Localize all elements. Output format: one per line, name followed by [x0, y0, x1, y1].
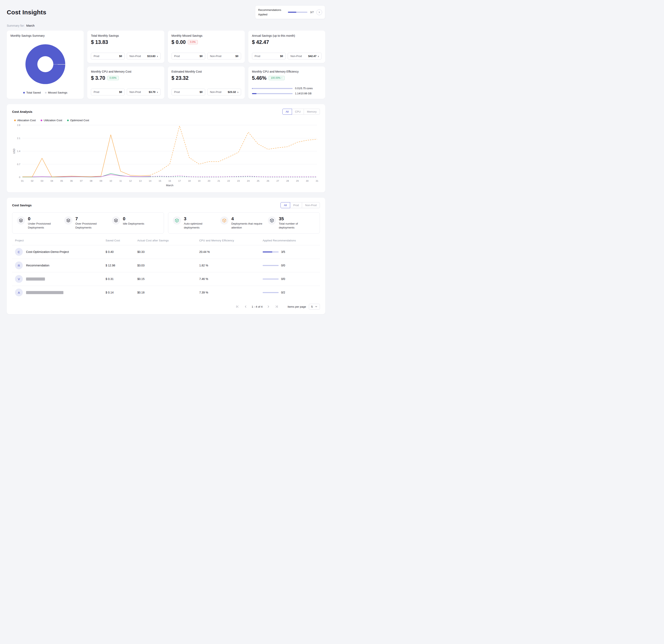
- recommendations-expand-button[interactable]: ›: [316, 9, 322, 15]
- cost-insights-page: Cost Insights Recommendations Applied 3/…: [0, 0, 332, 322]
- recommendations-label: Recommendations Applied: [258, 8, 285, 17]
- saved-cost: $ 0.31: [106, 277, 138, 281]
- card-value: $ 13.83: [91, 39, 108, 45]
- chevron-right-icon: ›: [319, 10, 320, 14]
- svg-text:08: 08: [90, 180, 92, 182]
- col-actual-cost: Actual Cost after Savings: [137, 239, 199, 242]
- svg-text:04: 04: [50, 180, 53, 182]
- efficiency-value: 20.44 %: [199, 250, 263, 254]
- monthly-savings-summary-card: Monthly Savings Summary Total Saved Miss…: [7, 30, 84, 99]
- nonprod-filter-button[interactable]: Non-Prod $3.70›: [127, 89, 161, 95]
- saved-cost: $ 0.14: [106, 291, 138, 294]
- card-title: Total Monthly Savings: [91, 34, 161, 37]
- nonprod-filter-button[interactable]: Non-Prod $42.47›: [288, 53, 321, 60]
- svg-text:05: 05: [60, 180, 63, 182]
- actual-cost: $0.33: [137, 250, 199, 254]
- legend-utilization-cost[interactable]: Utilization Cost: [41, 119, 62, 122]
- items-per-page-label: Items per page: [288, 305, 306, 308]
- summary-cards: Monthly Savings Summary Total Saved Miss…: [7, 30, 325, 99]
- next-page-button[interactable]: [266, 304, 271, 309]
- table-row[interactable]: V $ 0.31 $0.15 7.46 % 0/0: [12, 272, 320, 286]
- table-row[interactable]: A $ 0.14 $0.18 7.39 % 0/2: [12, 286, 320, 299]
- nonprod-filter-button[interactable]: Non-Prod $13.83›: [127, 53, 161, 60]
- svg-text:1.4: 1.4: [17, 150, 21, 152]
- page-range: 1 - 4 of 4: [252, 305, 263, 308]
- rec-progress: [263, 279, 279, 280]
- summary-for: Summary for:March: [7, 24, 325, 27]
- avatar: V: [15, 275, 23, 283]
- nonprod-filter-button[interactable]: Non-Prod $0: [207, 53, 241, 60]
- svg-text:USD: USD: [13, 149, 16, 154]
- first-page-button[interactable]: [235, 304, 240, 309]
- card-value: $ 0.00: [171, 39, 186, 45]
- memory-progress: [252, 93, 293, 94]
- svg-text:29: 29: [296, 180, 299, 182]
- rec-progress-fill: [263, 252, 272, 253]
- prod-filter-button[interactable]: Prod $0: [91, 89, 125, 95]
- table-header: Project Saved Cost Actual Cost after Sav…: [12, 239, 320, 245]
- svg-text:14: 14: [149, 180, 151, 182]
- donut-legend: Total Saved Missed Savings: [11, 91, 80, 95]
- total-monthly-savings-card: Total Monthly Savings $ 13.83 Prod $0 No…: [87, 30, 164, 63]
- cost-savings-title: Cost Savings: [12, 203, 32, 207]
- card-title: Monthly CPU and Memory Efficiency: [252, 70, 321, 73]
- summary-month: March: [26, 24, 35, 27]
- col-project: Project: [15, 239, 106, 242]
- prod-filter-button[interactable]: Prod $0: [171, 89, 205, 95]
- saved-cost: $ 12.98: [106, 264, 138, 267]
- tab-nonprod[interactable]: Non-Prod: [302, 202, 320, 208]
- missed-savings-badge: 0.0%: [188, 40, 198, 44]
- nonprod-filter-button[interactable]: Non-Prod $23.32›: [207, 89, 241, 95]
- cpu-memory-efficiency-card: Monthly CPU and Memory Efficiency 5.46% …: [248, 66, 325, 99]
- tab-all[interactable]: All: [281, 202, 290, 208]
- tab-cpu[interactable]: CPU: [292, 109, 304, 115]
- rec-count: 0/0: [281, 277, 285, 281]
- rec-count: 0/2: [281, 291, 285, 294]
- tab-memory[interactable]: Memory: [304, 109, 320, 115]
- col-saved-cost: Saved Cost: [106, 239, 138, 242]
- prev-page-button[interactable]: [243, 304, 248, 309]
- card-value: 5.46%: [252, 75, 267, 81]
- projects-table: Project Saved Cost Actual Cost after Sav…: [12, 239, 320, 299]
- optimization-stats-box: 3 Auto-optimized deployments 4 Deploymen…: [168, 212, 320, 234]
- table-row[interactable]: C Cost-Optimization-Demo-Project $ 0.40 …: [12, 245, 320, 259]
- cost-analysis-line-chart: 00.71.42.12.8010203040506070809101112131…: [12, 123, 320, 188]
- legend-optimized-cost[interactable]: Optimized Cost: [67, 119, 89, 122]
- card-value: $ 42.47: [252, 39, 269, 45]
- avatar: R: [15, 261, 23, 269]
- chevron-down-icon: [315, 305, 318, 308]
- card-value: $ 3.70: [91, 75, 105, 81]
- svg-text:0.7: 0.7: [17, 163, 20, 166]
- efficiency-value: 1.82 %: [199, 264, 263, 267]
- svg-text:17: 17: [178, 180, 181, 182]
- cpu-memory-cost-badge: 0.00%: [107, 76, 119, 80]
- cost-analysis-tabs: All CPU Memory: [282, 109, 320, 115]
- table-row[interactable]: R Recommendation $ 12.98 $3.03 1.82 % 0/…: [12, 259, 320, 272]
- chevron-right-icon: ›: [237, 90, 238, 93]
- page-header: Cost Insights Recommendations Applied 3/…: [7, 5, 325, 19]
- stat-require-attention: 4 Deployments that require attention: [220, 216, 268, 230]
- svg-text:12: 12: [129, 180, 132, 182]
- svg-text:0: 0: [19, 176, 20, 178]
- svg-text:23: 23: [237, 180, 240, 182]
- items-per-page-select[interactable]: 5: [309, 304, 320, 310]
- prod-filter-button[interactable]: Prod $0: [171, 53, 205, 60]
- actual-cost: $0.15: [137, 277, 199, 281]
- prod-filter-button[interactable]: Prod $0: [252, 53, 286, 60]
- recommendations-progress-fill: [288, 12, 296, 13]
- efficiency-value: 7.39 %: [199, 291, 263, 294]
- cores-progress: [252, 88, 293, 89]
- rec-progress: [263, 265, 279, 266]
- prod-filter-button[interactable]: Prod $0: [91, 53, 125, 60]
- tab-all[interactable]: All: [282, 109, 292, 115]
- monthly-missed-savings-card: Monthly Missed Savings $ 0.00 0.0% Prod …: [168, 30, 245, 63]
- svg-text:25: 25: [257, 180, 260, 182]
- svg-text:03: 03: [41, 180, 43, 182]
- legend-allocation-cost[interactable]: Allocation Cost: [14, 119, 36, 122]
- tab-prod[interactable]: Prod: [290, 202, 302, 208]
- svg-text:07: 07: [80, 180, 83, 182]
- svg-text:2.1: 2.1: [17, 137, 20, 139]
- svg-text:31: 31: [316, 180, 318, 182]
- svg-text:26: 26: [267, 180, 269, 182]
- last-page-button[interactable]: [274, 304, 279, 309]
